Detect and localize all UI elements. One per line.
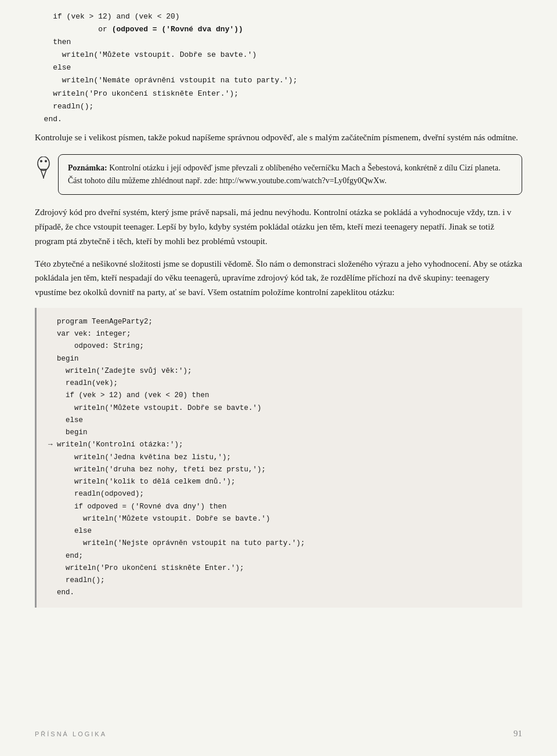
note-box: Poznámka: Kontrolní otázku i její odpově… [58, 154, 522, 195]
code-line-4: writeln('Můžete vstoupit. Dobře se bavte… [35, 50, 256, 59]
code-line-8: readln(); [35, 102, 93, 111]
code-line-9: end. [35, 115, 62, 123]
svg-point-4 [45, 160, 47, 162]
code-line-5: else [35, 63, 71, 72]
note-icon [34, 157, 53, 180]
note-wrapper: Poznámka: Kontrolní otázku i její odpově… [58, 154, 522, 195]
code-line-3: then [35, 38, 71, 46]
svg-point-0 [38, 157, 49, 170]
svg-point-3 [40, 160, 42, 162]
note-text: Kontrolní otázku i její odpověď jsme pře… [68, 163, 500, 185]
note-label: Poznámka: [68, 163, 107, 172]
footer-label: PŘÍSNÁ LOGIKA [35, 730, 107, 737]
paragraph-2: Zdrojový kód pro dveřní systém, který js… [35, 205, 522, 248]
paragraph-3: Této zbytečné a nešikovné složitosti jsm… [35, 257, 522, 300]
page: if (vek > 12) and (vek < 20) or (odpoved… [0, 0, 557, 756]
paragraph-1: Kontroluje se i velikost písmen, takže p… [35, 130, 522, 145]
code-line-6: writeln('Nemáte oprávnění vstoupit na tu… [35, 76, 297, 85]
page-number: 91 [513, 729, 522, 739]
code-top-block: if (vek > 12) and (vek < 20) or (odpoved… [35, 0, 522, 130]
arrow-indicator: → [48, 441, 53, 449]
footer: PŘÍSNÁ LOGIKA 91 [0, 729, 557, 739]
code-line-7: writeln('Pro ukončení stiskněte Enter.')… [35, 89, 238, 98]
code-line-2: or (odpoved = ('Rovné dva dny')) [35, 25, 243, 34]
code-main-block: program TeenAgeParty2; var vek: integer;… [35, 308, 522, 608]
code-line-1: if (vek > 12) and (vek < 20) [35, 12, 180, 21]
